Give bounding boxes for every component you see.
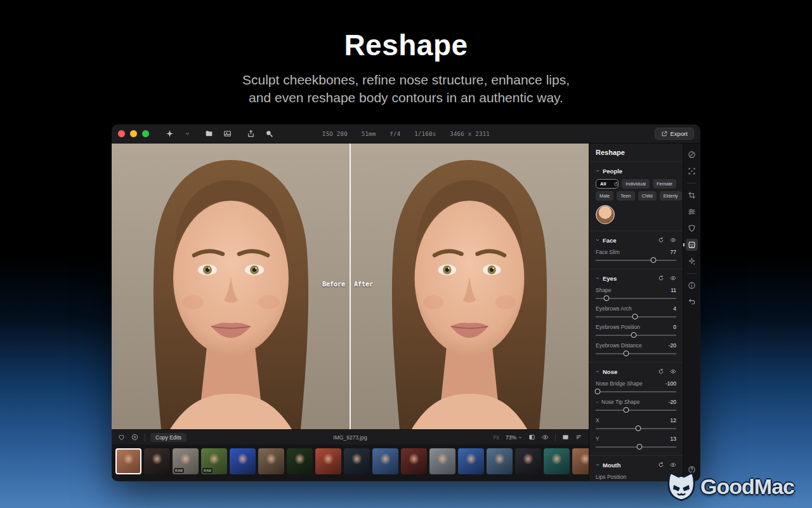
before-image bbox=[112, 144, 350, 429]
export-button[interactable]: Export bbox=[655, 128, 694, 140]
zoom-window-button[interactable] bbox=[142, 130, 149, 137]
people-filter-all[interactable]: All bbox=[596, 179, 619, 189]
eyes-section-header[interactable]: Eyes bbox=[596, 272, 676, 284]
filmstrip[interactable]: RAWRAW bbox=[112, 444, 589, 481]
detected-face-avatar[interactable] bbox=[596, 205, 615, 224]
filmstrip-thumb[interactable] bbox=[572, 448, 589, 474]
face-section-header[interactable]: Face bbox=[596, 234, 676, 246]
minimize-window-button[interactable] bbox=[130, 130, 137, 137]
compare-split-icon[interactable] bbox=[528, 434, 535, 441]
slider-knob[interactable] bbox=[631, 332, 636, 338]
visibility-eye-icon[interactable] bbox=[670, 368, 676, 375]
people-filter-elderly[interactable]: Elderly bbox=[660, 191, 682, 201]
filmstrip-thumb[interactable] bbox=[372, 448, 398, 474]
image-canvas[interactable]: Before After bbox=[112, 144, 589, 429]
slider-knob[interactable] bbox=[603, 295, 609, 301]
selection-area-icon[interactable] bbox=[686, 165, 698, 177]
slider-knob[interactable] bbox=[636, 425, 641, 431]
history-undo-icon[interactable] bbox=[686, 296, 698, 308]
slider-knob[interactable] bbox=[624, 351, 629, 356]
nose-section-header[interactable]: Nose bbox=[596, 366, 676, 377]
visibility-eye-icon[interactable] bbox=[670, 462, 676, 468]
share-icon[interactable] bbox=[247, 130, 255, 138]
enhance-dropdown-chevron-icon[interactable] bbox=[184, 131, 190, 136]
filmstrip-toggle-icon[interactable] bbox=[562, 434, 569, 441]
reset-section-icon[interactable] bbox=[658, 462, 664, 468]
reject-icon[interactable] bbox=[131, 434, 138, 441]
slider-knob[interactable] bbox=[636, 444, 642, 450]
lips-position-slider: Lips Position 47 bbox=[596, 474, 676, 481]
slider-track[interactable] bbox=[596, 256, 676, 264]
sort-list-icon[interactable] bbox=[575, 434, 582, 441]
slider-knob[interactable] bbox=[594, 389, 600, 394]
filmstrip-thumb[interactable] bbox=[544, 448, 570, 474]
slider-knob[interactable] bbox=[651, 257, 657, 263]
filmstrip-thumb[interactable]: RAW bbox=[201, 448, 227, 474]
slider-track[interactable] bbox=[596, 424, 676, 432]
slider-knob[interactable] bbox=[624, 407, 629, 413]
people-section-header[interactable]: People bbox=[596, 165, 676, 177]
visibility-eye-icon[interactable] bbox=[670, 275, 676, 281]
develop-adjust-icon[interactable] bbox=[686, 149, 698, 161]
reshape-face-tool-icon[interactable] bbox=[686, 239, 698, 251]
collapse-chevron-icon bbox=[596, 370, 599, 373]
filmstrip-thumb[interactable] bbox=[458, 448, 484, 474]
reset-section-icon[interactable] bbox=[658, 275, 664, 281]
filmstrip-thumb[interactable] bbox=[144, 448, 170, 474]
reset-section-icon[interactable] bbox=[658, 237, 664, 243]
goodmac-cat-icon bbox=[665, 471, 698, 502]
filmstrip-thumb[interactable] bbox=[487, 448, 513, 474]
eye-shape-slider: Shape 11 bbox=[596, 287, 676, 302]
info-icon[interactable] bbox=[686, 279, 698, 291]
filmstrip-thumb[interactable] bbox=[115, 448, 141, 474]
people-filter-teen[interactable]: Teen bbox=[617, 191, 634, 201]
slider-track[interactable] bbox=[596, 406, 676, 414]
copy-edits-button[interactable]: Copy Edits bbox=[150, 433, 187, 442]
slider-track[interactable] bbox=[596, 349, 676, 358]
image-browser-icon[interactable] bbox=[223, 130, 232, 138]
before-after-divider[interactable] bbox=[350, 144, 351, 429]
expand-chevron-icon[interactable] bbox=[596, 401, 599, 404]
people-filter-individual[interactable]: Individual bbox=[622, 179, 650, 189]
filmstrip-thumb[interactable] bbox=[401, 448, 427, 474]
slider-track[interactable] bbox=[596, 443, 676, 451]
after-label: After bbox=[354, 281, 373, 288]
slider-track[interactable] bbox=[596, 387, 676, 396]
retouch-loupe-icon[interactable] bbox=[265, 130, 273, 138]
people-filter-female[interactable]: Female bbox=[653, 179, 676, 189]
close-window-button[interactable] bbox=[118, 130, 125, 137]
filmstrip-thumb[interactable] bbox=[315, 448, 341, 474]
filmstrip-thumb[interactable] bbox=[515, 448, 541, 474]
people-filter-male[interactable]: Male bbox=[596, 191, 613, 201]
adjustments-sliders-icon[interactable] bbox=[686, 206, 698, 218]
crop-icon[interactable] bbox=[686, 189, 698, 201]
mouth-section-header[interactable]: Mouth bbox=[596, 459, 676, 471]
reset-filter-icon[interactable] bbox=[610, 180, 619, 188]
filmstrip-thumb[interactable] bbox=[287, 448, 313, 474]
enhance-sparkle-icon[interactable] bbox=[166, 130, 174, 138]
favorite-heart-icon[interactable] bbox=[118, 434, 125, 441]
filmstrip-thumb[interactable] bbox=[258, 448, 284, 474]
slider-track[interactable] bbox=[596, 312, 676, 321]
people-filter-child[interactable]: Child bbox=[638, 191, 657, 201]
open-folder-icon[interactable] bbox=[205, 130, 213, 138]
slider-label: Eyebrows Arch bbox=[596, 305, 632, 312]
visibility-eye-icon[interactable] bbox=[670, 237, 676, 243]
collapse-chevron-icon bbox=[596, 276, 599, 280]
fit-button[interactable]: Fit bbox=[494, 434, 499, 441]
preview-eye-icon[interactable] bbox=[542, 434, 549, 441]
slider-knob[interactable] bbox=[632, 314, 638, 319]
skin-mask-icon[interactable] bbox=[686, 222, 698, 234]
magic-sparkle-icon[interactable] bbox=[686, 255, 698, 267]
slider-value: 77 bbox=[671, 249, 676, 255]
zoom-level-dropdown[interactable]: 73% bbox=[506, 434, 522, 441]
eyebrows-arch-slider: Eyebrows Arch 4 bbox=[596, 305, 676, 321]
reset-section-icon[interactable] bbox=[658, 368, 664, 375]
meta-iso: ISO 200 bbox=[322, 131, 348, 137]
filmstrip-thumb[interactable] bbox=[230, 448, 256, 474]
slider-track[interactable] bbox=[596, 294, 676, 302]
filmstrip-thumb[interactable] bbox=[344, 448, 370, 474]
filmstrip-thumb[interactable]: RAW bbox=[173, 448, 199, 474]
slider-track[interactable] bbox=[596, 331, 676, 339]
filmstrip-thumb[interactable] bbox=[429, 448, 455, 474]
